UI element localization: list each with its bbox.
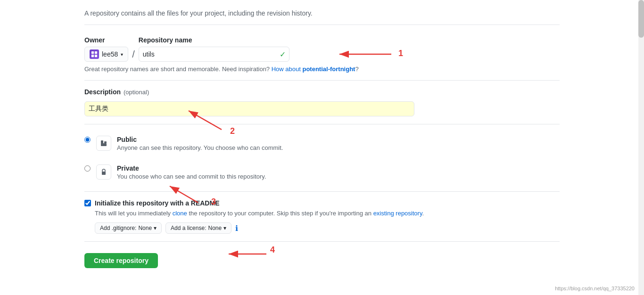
divider-1	[84, 80, 560, 81]
svg-rect-2	[91, 55, 94, 57]
gitignore-value: None	[138, 225, 152, 231]
private-icon	[96, 164, 111, 180]
license-value: None	[208, 225, 222, 231]
svg-rect-6	[104, 141, 107, 143]
private-option: Private You choose who can see and commi…	[84, 161, 560, 184]
slash-separator: /	[132, 47, 135, 62]
readme-hint: This will let you immediately clone the …	[95, 210, 560, 217]
scrollbar-thumb[interactable]	[638, 0, 644, 38]
public-label: Public	[117, 136, 283, 143]
annotation-2-number: 2	[230, 126, 235, 136]
repo-name-label: Repository name	[139, 36, 289, 44]
public-radio[interactable]	[84, 137, 91, 143]
owner-dropdown[interactable]: lee58 ▾	[84, 47, 128, 62]
public-desc: Anyone can see this repository. You choo…	[117, 144, 283, 151]
private-desc: You choose who can see and commit to thi…	[117, 173, 266, 180]
watermark: https://blog.csdn.net/qq_37335220	[555, 286, 635, 291]
svg-rect-1	[95, 51, 97, 54]
private-label: Private	[117, 164, 266, 172]
private-radio[interactable]	[84, 165, 91, 172]
suggestion-link[interactable]: potential-fortnight	[302, 66, 355, 73]
svg-rect-7	[102, 172, 106, 175]
dropdown-arrow-icon: ▾	[121, 52, 123, 57]
svg-rect-3	[95, 55, 97, 57]
existing-link[interactable]: existing repository	[373, 210, 422, 217]
svg-rect-5	[101, 143, 107, 146]
license-label: Add a license:	[171, 225, 206, 231]
divider-4	[84, 241, 560, 242]
license-arrow-icon: ▾	[223, 225, 226, 231]
svg-rect-0	[91, 51, 94, 54]
annotation-4-number: 4	[270, 245, 275, 255]
description-input[interactable]	[84, 101, 414, 116]
check-icon: ✓	[280, 50, 286, 59]
create-repository-button[interactable]: Create repository	[84, 253, 158, 268]
public-option: Public Anyone can see this repository. Y…	[84, 132, 560, 155]
annotation-3-number: 3	[211, 197, 216, 207]
scrollbar[interactable]	[638, 0, 644, 295]
owner-avatar	[90, 49, 99, 59]
inspiration-link[interactable]: How about	[272, 66, 301, 73]
divider-2	[84, 124, 560, 124]
owner-label: Owner	[84, 36, 128, 44]
optional-label: (optional)	[124, 89, 149, 96]
annotation-1-number: 1	[398, 49, 403, 58]
repo-name-input[interactable]	[139, 47, 289, 62]
public-icon	[96, 136, 111, 151]
readme-label: Initialize this repository with a README	[95, 199, 219, 207]
license-dropdown[interactable]: Add a license: None ▾	[165, 222, 231, 234]
owner-name: lee58	[102, 50, 118, 58]
clone-link[interactable]: clone	[173, 210, 187, 217]
intro-text: A repository contains all the files for …	[84, 9, 560, 25]
repo-name-hint: Great repository names are short and mem…	[84, 66, 560, 73]
svg-rect-4	[101, 140, 103, 144]
gitignore-label: Add .gitignore:	[100, 225, 136, 231]
gitignore-arrow-icon: ▾	[154, 225, 157, 231]
description-label: Description	[84, 88, 121, 96]
readme-checkbox[interactable]	[84, 200, 91, 206]
gitignore-dropdown[interactable]: Add .gitignore: None ▾	[95, 222, 162, 234]
divider-3	[84, 191, 560, 192]
info-icon[interactable]: ℹ	[235, 224, 238, 233]
